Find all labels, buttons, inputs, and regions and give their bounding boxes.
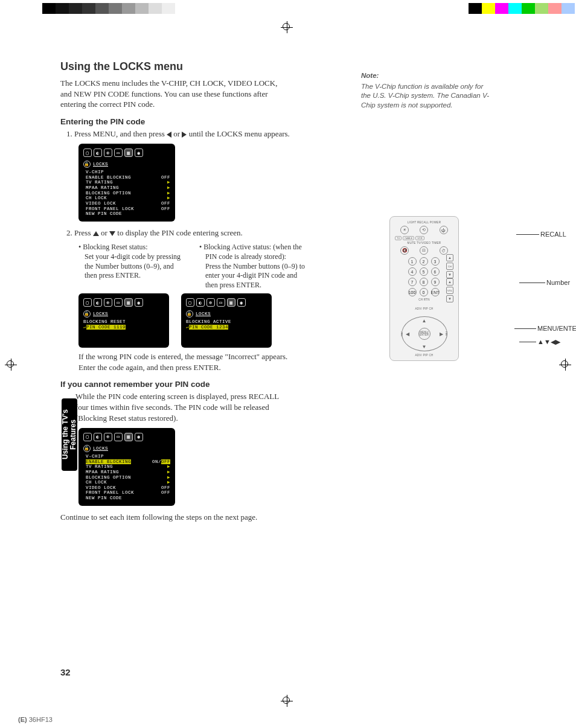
step-1: 1. Press MENU, and then press or until t… [75,129,293,139]
remote-control-diagram: LIGHT RECALL POWER ☀ ⟲ ⏻ TVCABLEVCR MUTE… [389,216,459,361]
nav-ring: ▲ ▼ ◀ ▶ MENU/ ENTER FAV FAV [402,316,447,351]
num-6-button: 6 [431,267,440,276]
menu-enter-button: MENU/ ENTER [418,328,430,340]
wrong-pin-text: If the wrong PIN code is entered, the me… [78,351,290,372]
num-8-button: 8 [420,278,428,286]
num-3-button: 3 [431,257,440,266]
lock-icon: 🔒 [83,161,91,168]
num-100-button: 100 [408,288,417,296]
left-arrow-icon [167,132,171,138]
color-bars [0,3,576,15]
registration-mark-icon [5,359,17,371]
section-forgot-pin: If you cannot remember your PIN code [60,380,519,389]
osd-blocking-active: ▢◐⊕▭▦◉ 🔒LOCKS BLOCKING ACTIVE ↵PIN CODE … [181,293,272,348]
osd-blocking-reset: ▢◐⊕▭▦◉ 🔒LOCKS BLOCKING RESET ↵PIN CODE 1… [78,293,169,348]
vol-down-button: ▼ [446,295,453,302]
registration-mark-icon [281,21,293,33]
continue-text: Continue to set each item following the … [60,512,290,523]
registration-mark-icon [559,359,571,371]
down-arrow-icon: ▼ [422,344,427,350]
left-arrow-icon: ◀ [406,331,409,337]
vol-up-button: ▲ [446,278,453,286]
down-arrow-icon [109,231,115,236]
up-arrow-icon [93,231,99,236]
num-1-button: 1 [408,257,417,266]
step-2: 2. Press or to display the PIN code ente… [75,228,293,238]
ch-up-button: ▲ [446,254,453,261]
lock-icon: 🔒 [83,445,91,452]
osd-locks-menu-2: ▢◐⊕▭▦◉ 🔒LOCKS V-CHIPENABLE BLOCKINGON/OF… [78,428,175,506]
light-button: ☀ [400,226,409,234]
mute-button: 🔇 [400,246,409,255]
num-7-button: 7 [408,278,417,286]
recall-button: ⟲ [420,226,428,234]
lock-icon: 🔒 [83,310,91,318]
power-button: ⏻ [440,226,448,234]
timer-button: ⏱ [440,246,448,255]
num-5-button: 5 [420,267,428,276]
num-ENT-button: ENT [431,288,440,296]
num-9-button: 9 [431,278,440,286]
osd-locks-menu-1: ▢◐⊕▭▦◉ 🔒LOCKS V-CHIP ENABLE BLOCKINGOFF … [78,144,175,222]
section-entering-pin: Entering the PIN code [60,117,519,126]
right-arrow-icon: ▶ [440,331,443,337]
ch-down-button: ▼ [446,271,453,278]
side-tab: Using the TV's Features [62,398,77,471]
num-0-button: 0 [420,288,428,296]
blocking-active-info: • Blocking Active status: (when the PIN … [199,243,308,290]
page-number: 32 [60,667,71,677]
num-2-button: 2 [420,257,428,266]
blocking-reset-info: • Blocking Reset status: Set your 4-digi… [78,243,187,290]
intro-text: The LOCKS menu includes the V-CHIP, CH L… [60,78,290,110]
footer-code: (E) (E) 36HF1336HF13 [18,716,53,723]
forgot-pin-body: While the PIN code entering screen is di… [75,391,293,423]
lock-icon: 🔒 [186,310,193,318]
up-arrow-icon: ▲ [422,318,427,324]
tvvideo-button: ⊟ [420,246,428,255]
note-block: Note: The V-Chip function is available o… [361,71,489,110]
registration-mark-icon [281,695,293,707]
num-4-button: 4 [408,267,417,276]
